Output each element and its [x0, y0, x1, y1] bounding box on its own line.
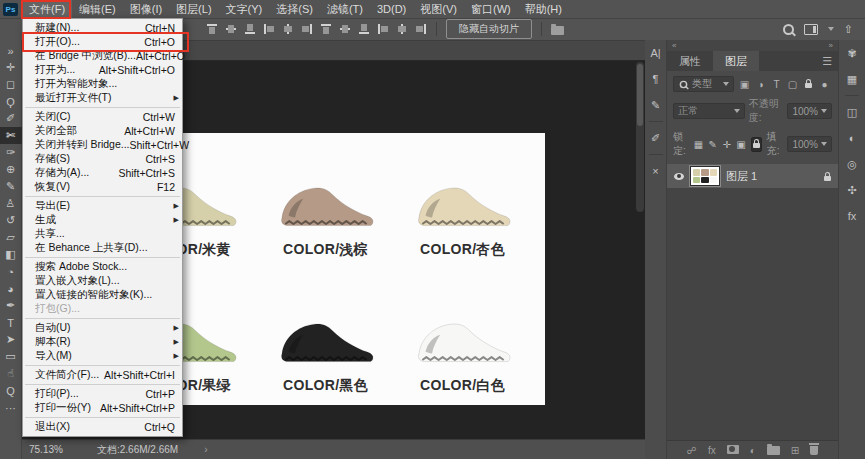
- distribute-horizontal-centers[interactable]: hc: [396, 23, 408, 35]
- hand-tool[interactable]: ☝: [0, 365, 22, 382]
- shape-filter-icon[interactable]: ▢: [785, 79, 800, 90]
- type-tool[interactable]: T: [0, 314, 22, 331]
- lock-all-icon[interactable]: [751, 137, 762, 152]
- lock-pixels-icon[interactable]: ✎: [708, 138, 717, 151]
- layer-visibility-eye-icon[interactable]: [674, 173, 684, 180]
- menu-window[interactable]: 窗口(W): [464, 0, 518, 18]
- file-menu-generate[interactable]: 生成: [23, 213, 182, 227]
- align-bottom-edges[interactable]: b: [244, 23, 256, 35]
- libraries-panel-icon[interactable]: ◫: [839, 99, 865, 125]
- clone-stamp-tool[interactable]: ♙: [0, 195, 22, 212]
- brush-tool[interactable]: ✎: [0, 178, 22, 195]
- filter-toggle-icon[interactable]: ●: [817, 79, 832, 90]
- align-top-edges[interactable]: t: [206, 23, 218, 35]
- paths-panel-icon[interactable]: ✣: [839, 177, 865, 203]
- character-styles-panel-icon[interactable]: ✐: [645, 125, 666, 151]
- lock-position-icon[interactable]: ✛: [722, 138, 731, 151]
- lasso-tool[interactable]: Ϙ: [0, 93, 22, 110]
- distribute-right-edges[interactable]: r: [415, 23, 427, 35]
- swatches-panel-icon[interactable]: ▦: [839, 66, 865, 92]
- paragraph-panel-icon[interactable]: ¶: [645, 66, 666, 92]
- link-layers-icon[interactable]: ☍: [687, 445, 697, 456]
- align-right-edges[interactable]: r: [301, 23, 313, 35]
- slice-options-folder-icon[interactable]: [551, 26, 564, 35]
- file-menu-file-info[interactable]: 文件简介(F)... Alt+Shift+Ctrl+I: [23, 368, 182, 382]
- file-menu-open-as-smart-object[interactable]: 打开为智能对象...: [23, 77, 182, 91]
- file-menu-close-all[interactable]: 关闭全部 Alt+Ctrl+W: [23, 124, 182, 138]
- collapse-right-icon[interactable]: »: [829, 41, 833, 50]
- file-menu-place-linked[interactable]: 置入链接的智能对象(K)...: [23, 288, 182, 302]
- chevron-down-icon[interactable]: [828, 27, 834, 31]
- distribute-vertical-centers[interactable]: vc: [339, 23, 351, 35]
- menu-layer[interactable]: 图层(L): [169, 0, 218, 18]
- styles-panel-icon[interactable]: ◎: [839, 151, 865, 177]
- character-panel-icon[interactable]: A|: [645, 40, 666, 66]
- file-menu-open-recent[interactable]: 最近打开文件(T): [23, 91, 182, 105]
- marquee-tool[interactable]: ◻: [0, 76, 22, 93]
- collapse-left-icon[interactable]: «: [672, 41, 676, 50]
- hide-auto-slices-button[interactable]: 隐藏自动切片: [446, 19, 532, 39]
- pen-tool[interactable]: ✒: [0, 297, 22, 314]
- add-layer-mask-icon[interactable]: [727, 445, 739, 456]
- menu-select[interactable]: 选择(S): [269, 0, 320, 18]
- layer-effects-panel-icon[interactable]: fx: [839, 203, 865, 229]
- file-menu-close[interactable]: 关闭(C) Ctrl+W: [23, 110, 182, 124]
- menu-3d[interactable]: 3D(D): [370, 0, 413, 18]
- file-menu-exit[interactable]: 退出(X) Ctrl+Q: [23, 420, 182, 434]
- tool-presets-panel-icon[interactable]: ×: [645, 158, 666, 184]
- menu-help[interactable]: 帮助(H): [518, 0, 569, 18]
- status-options-arrow[interactable]: ›: [204, 444, 207, 455]
- share-icon[interactable]: ⇧: [844, 23, 853, 36]
- panel-menu-icon[interactable]: ☰: [822, 55, 832, 68]
- opacity-value[interactable]: 100%: [787, 103, 832, 119]
- color-panel-icon[interactable]: ✾: [839, 40, 865, 66]
- file-menu-place-embedded[interactable]: 置入嵌入对象(L)...: [23, 274, 182, 288]
- lock-transparency-icon[interactable]: ▦: [694, 138, 703, 151]
- distribute-top-edges[interactable]: t: [320, 23, 332, 35]
- slice-select-tool[interactable]: ✄: [0, 127, 22, 144]
- new-layer-icon[interactable]: ⊞: [791, 445, 799, 456]
- file-menu-share[interactable]: 共享...: [23, 227, 182, 241]
- zoom-level-field[interactable]: 75.13%: [29, 444, 79, 455]
- tab-properties[interactable]: 属性: [667, 51, 713, 71]
- file-menu-import[interactable]: 导入(M): [23, 349, 182, 363]
- adjustment-layer-icon[interactable]: ◐: [750, 445, 756, 456]
- type-filter-icon[interactable]: T: [769, 79, 784, 90]
- spot-healing-tool[interactable]: ⊕: [0, 161, 22, 178]
- new-group-icon[interactable]: [767, 444, 780, 457]
- file-menu-new[interactable]: 新建(N)... Ctrl+N: [23, 21, 182, 35]
- align-vertical-centers[interactable]: vc: [225, 23, 237, 35]
- align-horizontal-centers[interactable]: hc: [282, 23, 294, 35]
- file-menu-print[interactable]: 打印(P)... Ctrl+P: [23, 387, 182, 401]
- menu-image[interactable]: 图像(I): [123, 0, 169, 18]
- pixel-filter-icon[interactable]: ▣: [737, 79, 752, 90]
- file-menu-save-as[interactable]: 存储为(A)... Shift+Ctrl+S: [23, 166, 182, 180]
- distribute-bottom-edges[interactable]: b: [358, 23, 370, 35]
- menu-edit[interactable]: 编辑(E): [72, 0, 123, 18]
- move-tool[interactable]: ✛: [0, 59, 22, 76]
- history-brush-tool[interactable]: ↺: [0, 212, 22, 229]
- file-menu-browse-in-bridge[interactable]: 在 Bridge 中浏览(B)... Alt+Ctrl+O: [23, 49, 182, 63]
- fill-value[interactable]: 100%: [787, 136, 832, 152]
- quick-selection-tool[interactable]: ✐: [0, 110, 22, 127]
- menu-filter[interactable]: 滤镜(T): [320, 0, 370, 18]
- dodge-tool[interactable]: ◕: [0, 280, 22, 297]
- file-menu-package[interactable]: 打包(G)...: [23, 302, 182, 316]
- file-menu-scripts[interactable]: 脚本(R): [23, 335, 182, 349]
- file-menu-print-one-copy[interactable]: 打印一份(Y) Alt+Shift+Ctrl+P: [23, 401, 182, 415]
- file-menu-search-adobe-stock[interactable]: 搜索 Adobe Stock...: [23, 260, 182, 274]
- layer-style-icon[interactable]: fx: [708, 445, 716, 456]
- search-icon[interactable]: [783, 24, 794, 35]
- file-menu-open-as[interactable]: 打开为... Alt+Shift+Ctrl+O: [23, 63, 182, 77]
- adjustments-panel-icon[interactable]: ◐: [839, 125, 865, 151]
- rectangle-tool[interactable]: ▭: [0, 348, 22, 365]
- zoom-tool[interactable]: Q: [0, 382, 22, 399]
- file-menu-open[interactable]: 打开(O)... Ctrl+O: [23, 35, 182, 49]
- file-menu-save[interactable]: 存储(S) Ctrl+S: [23, 152, 182, 166]
- eraser-tool[interactable]: ▱: [0, 229, 22, 246]
- file-menu-close-and-go-to-bridge[interactable]: 关闭并转到 Bridge... Shift+Ctrl+W: [23, 138, 182, 152]
- vertical-scrollbar[interactable]: [636, 62, 644, 212]
- distribute-left-edges[interactable]: l: [377, 23, 389, 35]
- delete-layer-icon[interactable]: [810, 444, 818, 457]
- file-menu-export[interactable]: 导出(E): [23, 199, 182, 213]
